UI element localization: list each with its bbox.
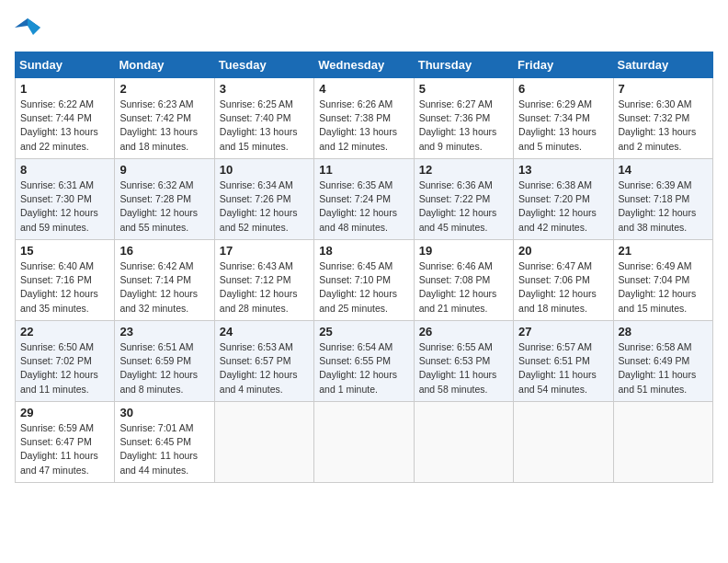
day-number: 15 bbox=[20, 244, 109, 258]
day-cell-23: 23 Sunrise: 6:51 AM Sunset: 6:59 PM Dayl… bbox=[115, 321, 214, 402]
sunset-text: Sunset: 6:47 PM bbox=[20, 436, 92, 447]
day-info: Sunrise: 6:47 AM Sunset: 7:06 PM Dayligh… bbox=[518, 259, 608, 316]
weekday-header-row: SundayMondayTuesdayWednesdayThursdayFrid… bbox=[16, 52, 713, 78]
sunrise-text: Sunrise: 6:51 AM bbox=[119, 341, 193, 352]
day-info: Sunrise: 6:29 AM Sunset: 7:34 PM Dayligh… bbox=[518, 98, 608, 154]
day-cell-3: 3 Sunrise: 6:25 AM Sunset: 7:40 PM Dayli… bbox=[214, 78, 313, 159]
day-info: Sunrise: 6:25 AM Sunset: 7:40 PM Dayligh… bbox=[220, 98, 309, 154]
day-number: 30 bbox=[119, 406, 209, 419]
sunset-text: Sunset: 7:34 PM bbox=[518, 112, 590, 123]
sunrise-text: Sunrise: 6:58 AM bbox=[619, 341, 692, 352]
day-number: 14 bbox=[619, 163, 708, 177]
day-cell-13: 13 Sunrise: 6:38 AM Sunset: 7:20 PM Dayl… bbox=[514, 159, 613, 240]
sunset-text: Sunset: 7:16 PM bbox=[20, 274, 92, 285]
day-info: Sunrise: 6:55 AM Sunset: 6:53 PM Dayligh… bbox=[419, 340, 508, 396]
daylight-text: Daylight: 12 hours and 48 minutes. bbox=[319, 207, 397, 232]
day-info: Sunrise: 6:36 AM Sunset: 7:22 PM Dayligh… bbox=[419, 178, 508, 235]
sunrise-text: Sunrise: 6:39 AM bbox=[619, 179, 692, 190]
day-number: 11 bbox=[319, 163, 408, 177]
day-info: Sunrise: 6:49 AM Sunset: 7:04 PM Dayligh… bbox=[619, 259, 708, 316]
daylight-text: Daylight: 13 hours and 15 minutes. bbox=[220, 126, 298, 151]
day-number: 2 bbox=[119, 82, 209, 96]
day-cell-20: 20 Sunrise: 6:47 AM Sunset: 7:06 PM Dayl… bbox=[514, 240, 613, 321]
calendar-week-row: 15 Sunrise: 6:40 AM Sunset: 7:16 PM Dayl… bbox=[16, 240, 713, 321]
day-cell-25: 25 Sunrise: 6:54 AM Sunset: 6:55 PM Dayl… bbox=[314, 321, 414, 402]
day-number: 24 bbox=[220, 325, 309, 339]
sunrise-text: Sunrise: 6:35 AM bbox=[319, 179, 392, 190]
day-cell-10: 10 Sunrise: 6:34 AM Sunset: 7:26 PM Dayl… bbox=[214, 159, 313, 240]
day-info: Sunrise: 6:22 AM Sunset: 7:44 PM Dayligh… bbox=[20, 98, 109, 154]
sunrise-text: Sunrise: 6:53 AM bbox=[220, 341, 293, 352]
day-info: Sunrise: 6:57 AM Sunset: 6:51 PM Dayligh… bbox=[518, 340, 608, 396]
daylight-text: Daylight: 12 hours and 55 minutes. bbox=[119, 207, 198, 232]
day-info: Sunrise: 6:32 AM Sunset: 7:28 PM Dayligh… bbox=[119, 178, 209, 235]
day-number: 28 bbox=[619, 325, 708, 339]
calendar-table: SundayMondayTuesdayWednesdayThursdayFrid… bbox=[15, 52, 713, 483]
day-number: 20 bbox=[518, 244, 608, 258]
sunset-text: Sunset: 6:49 PM bbox=[619, 355, 690, 366]
sunrise-text: Sunrise: 6:47 AM bbox=[518, 260, 592, 271]
sunrise-text: Sunrise: 6:29 AM bbox=[518, 98, 592, 109]
daylight-text: Daylight: 11 hours and 58 minutes. bbox=[419, 369, 497, 394]
day-info: Sunrise: 6:54 AM Sunset: 6:55 PM Dayligh… bbox=[319, 340, 408, 396]
sunrise-text: Sunrise: 6:46 AM bbox=[419, 260, 493, 271]
sunset-text: Sunset: 7:24 PM bbox=[319, 193, 391, 204]
day-cell-17: 17 Sunrise: 6:43 AM Sunset: 7:12 PM Dayl… bbox=[214, 240, 313, 321]
sunrise-text: Sunrise: 6:59 AM bbox=[20, 422, 94, 433]
day-info: Sunrise: 6:26 AM Sunset: 7:38 PM Dayligh… bbox=[319, 98, 408, 154]
day-info: Sunrise: 6:40 AM Sunset: 7:16 PM Dayligh… bbox=[20, 259, 109, 316]
sunrise-text: Sunrise: 7:01 AM bbox=[119, 422, 193, 433]
day-number: 29 bbox=[20, 406, 109, 419]
calendar-week-row: 29 Sunrise: 6:59 AM Sunset: 6:47 PM Dayl… bbox=[16, 402, 713, 483]
sunrise-text: Sunrise: 6:25 AM bbox=[220, 98, 293, 109]
day-number: 16 bbox=[119, 244, 209, 258]
day-info: Sunrise: 6:39 AM Sunset: 7:18 PM Dayligh… bbox=[619, 178, 708, 235]
daylight-text: Daylight: 12 hours and 45 minutes. bbox=[419, 207, 497, 232]
sunset-text: Sunset: 7:38 PM bbox=[319, 112, 391, 123]
sunrise-text: Sunrise: 6:54 AM bbox=[319, 341, 392, 352]
sunrise-text: Sunrise: 6:43 AM bbox=[220, 260, 293, 271]
daylight-text: Daylight: 12 hours and 52 minutes. bbox=[220, 207, 298, 232]
day-cell-1: 1 Sunrise: 6:22 AM Sunset: 7:44 PM Dayli… bbox=[16, 78, 115, 159]
day-info: Sunrise: 6:30 AM Sunset: 7:32 PM Dayligh… bbox=[619, 98, 708, 154]
sunrise-text: Sunrise: 6:32 AM bbox=[119, 179, 193, 190]
sunset-text: Sunset: 7:08 PM bbox=[419, 274, 491, 285]
sunset-text: Sunset: 7:18 PM bbox=[619, 193, 690, 204]
day-info: Sunrise: 6:43 AM Sunset: 7:12 PM Dayligh… bbox=[220, 259, 309, 316]
daylight-text: Daylight: 13 hours and 5 minutes. bbox=[518, 126, 597, 151]
weekday-header-thursday: Thursday bbox=[414, 52, 513, 78]
day-cell-5: 5 Sunrise: 6:27 AM Sunset: 7:36 PM Dayli… bbox=[414, 78, 513, 159]
sunset-text: Sunset: 7:30 PM bbox=[20, 193, 92, 204]
page-header bbox=[15, 15, 713, 40]
day-info: Sunrise: 6:38 AM Sunset: 7:20 PM Dayligh… bbox=[518, 178, 608, 235]
daylight-text: Daylight: 12 hours and 25 minutes. bbox=[319, 288, 397, 313]
daylight-text: Daylight: 13 hours and 9 minutes. bbox=[419, 126, 497, 151]
sunrise-text: Sunrise: 6:45 AM bbox=[319, 260, 392, 271]
daylight-text: Daylight: 12 hours and 15 minutes. bbox=[619, 288, 697, 313]
weekday-header-wednesday: Wednesday bbox=[314, 52, 414, 78]
day-cell-22: 22 Sunrise: 6:50 AM Sunset: 7:02 PM Dayl… bbox=[16, 321, 115, 402]
sunset-text: Sunset: 7:14 PM bbox=[119, 274, 191, 285]
daylight-text: Daylight: 13 hours and 18 minutes. bbox=[119, 126, 198, 151]
sunset-text: Sunset: 7:32 PM bbox=[619, 112, 690, 123]
weekday-header-monday: Monday bbox=[115, 52, 214, 78]
day-info: Sunrise: 6:31 AM Sunset: 7:30 PM Dayligh… bbox=[20, 178, 109, 235]
daylight-text: Daylight: 13 hours and 12 minutes. bbox=[319, 126, 397, 151]
day-number: 26 bbox=[419, 325, 508, 339]
calendar-week-row: 22 Sunrise: 6:50 AM Sunset: 7:02 PM Dayl… bbox=[16, 321, 713, 402]
weekday-header-sunday: Sunday bbox=[16, 52, 115, 78]
sunset-text: Sunset: 6:59 PM bbox=[119, 355, 191, 366]
daylight-text: Daylight: 13 hours and 22 minutes. bbox=[20, 126, 98, 151]
weekday-header-tuesday: Tuesday bbox=[214, 52, 313, 78]
day-number: 1 bbox=[20, 82, 109, 96]
day-number: 9 bbox=[119, 163, 209, 177]
day-number: 19 bbox=[419, 244, 508, 258]
daylight-text: Daylight: 12 hours and 8 minutes. bbox=[119, 369, 198, 394]
day-cell-6: 6 Sunrise: 6:29 AM Sunset: 7:34 PM Dayli… bbox=[514, 78, 613, 159]
daylight-text: Daylight: 11 hours and 54 minutes. bbox=[518, 369, 597, 394]
day-cell-19: 19 Sunrise: 6:46 AM Sunset: 7:08 PM Dayl… bbox=[414, 240, 513, 321]
svg-marker-1 bbox=[28, 18, 40, 35]
day-cell-12: 12 Sunrise: 6:36 AM Sunset: 7:22 PM Dayl… bbox=[414, 159, 513, 240]
sunset-text: Sunset: 7:26 PM bbox=[220, 193, 291, 204]
day-cell-16: 16 Sunrise: 6:42 AM Sunset: 7:14 PM Dayl… bbox=[115, 240, 214, 321]
